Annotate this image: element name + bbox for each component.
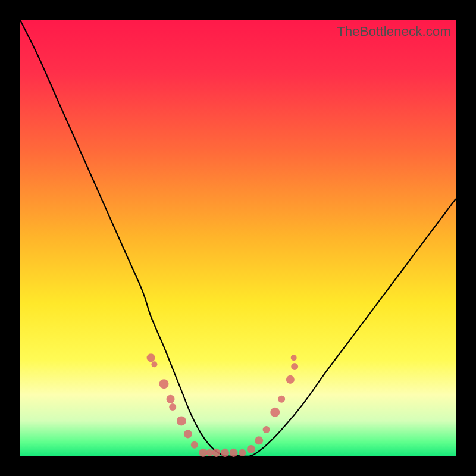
marker-dot — [147, 353, 155, 362]
marker-dot — [278, 396, 285, 403]
marker-dot — [169, 403, 176, 411]
marker-dots — [147, 353, 299, 457]
marker-dot — [221, 449, 229, 457]
marker-dot — [167, 395, 175, 403]
marker-dot — [286, 375, 295, 384]
marker-dot — [212, 449, 220, 457]
marker-dot — [159, 379, 169, 389]
marker-dot — [230, 449, 238, 457]
bottleneck-curve — [20, 20, 456, 456]
marker-dot — [239, 449, 246, 456]
marker-dot — [247, 445, 255, 453]
marker-dot — [184, 430, 192, 438]
marker-dot — [270, 408, 280, 417]
marker-dot — [151, 361, 157, 367]
marker-dot — [291, 355, 297, 361]
marker-dot — [255, 436, 263, 444]
chart-svg — [20, 20, 456, 456]
marker-dot — [291, 363, 298, 370]
marker-dot — [177, 416, 186, 425]
marker-dot — [263, 426, 270, 433]
plot-area: TheBottleneck.com — [20, 20, 456, 456]
marker-dot — [191, 441, 198, 449]
marker-dot — [199, 449, 207, 457]
outer-frame: TheBottleneck.com — [0, 0, 476, 476]
